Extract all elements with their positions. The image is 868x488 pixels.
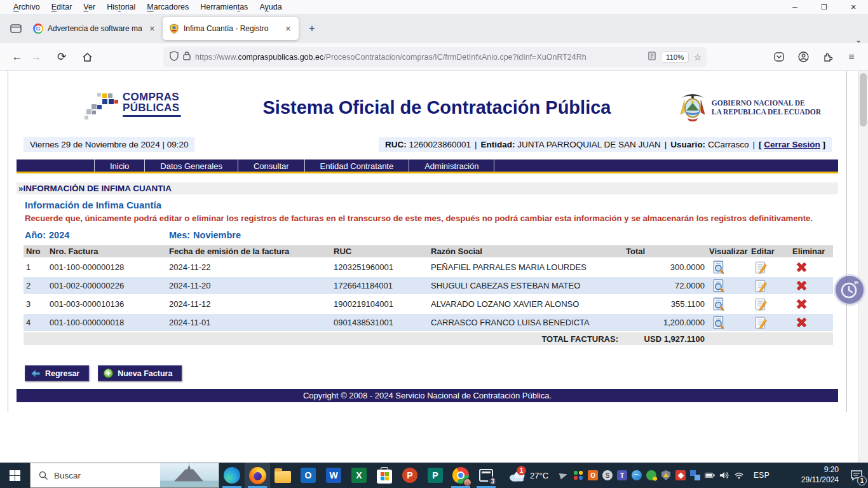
volume-icon[interactable]: [719, 470, 729, 480]
firefox-icon: [249, 467, 266, 484]
extensions-icon[interactable]: [818, 48, 836, 66]
reader-view-icon[interactable]: [648, 51, 656, 63]
menu-hamburger-icon[interactable]: ≡: [843, 48, 860, 66]
delete-icon[interactable]: [795, 297, 809, 311]
cell-fecha: 2024-11-01: [166, 313, 331, 332]
visualize-icon[interactable]: [712, 297, 726, 311]
taskbar-app-word[interactable]: W: [321, 463, 346, 488]
minimize-button[interactable]: ─: [780, 0, 810, 14]
maximize-button[interactable]: ❐: [810, 0, 839, 14]
firefox-view-icon[interactable]: [5, 18, 27, 39]
menu-herramientas[interactable]: Herramientas: [194, 1, 254, 13]
tab-close-icon[interactable]: ✕: [283, 24, 294, 34]
pocket-icon[interactable]: [770, 48, 788, 66]
taskbar-app-explorer[interactable]: [270, 463, 295, 488]
taskbar-clock[interactable]: 9:20 29/11/2024: [801, 465, 845, 485]
edit-icon[interactable]: [754, 316, 768, 330]
tracking-shield-icon[interactable]: [170, 51, 179, 64]
taskbar-app-powerpoint[interactable]: P: [397, 463, 423, 488]
menu-editar[interactable]: Editar: [46, 1, 78, 13]
tray-cursor-icon[interactable]: [559, 470, 569, 480]
edit-icon[interactable]: [754, 297, 768, 311]
taskbar-app-publisher[interactable]: P: [423, 463, 448, 488]
menu-ver[interactable]: Ver: [78, 1, 101, 13]
url-bar[interactable]: https://www.compraspublicas.gob.ec/Proce…: [163, 47, 707, 67]
tray-security-warning-icon[interactable]: [661, 470, 671, 480]
nav-inicio[interactable]: Inicio: [94, 159, 145, 172]
visualize-icon[interactable]: [712, 316, 726, 330]
edit-icon[interactable]: [754, 261, 768, 274]
menu-archivo[interactable]: Archivo: [8, 1, 46, 13]
visualize-icon[interactable]: [712, 261, 726, 274]
language-indicator[interactable]: ESP: [754, 471, 770, 480]
action-buttons: Regresar Nueva Factura: [25, 365, 838, 381]
bookmark-star-icon[interactable]: ☆: [693, 52, 702, 62]
search-icon: [39, 471, 48, 480]
reload-button[interactable]: ⟳: [52, 48, 71, 67]
delete-icon[interactable]: [795, 279, 809, 293]
start-button[interactable]: [0, 463, 30, 488]
tray-antivirus-icon[interactable]: [646, 470, 656, 480]
taskbar-app-firefox[interactable]: [245, 463, 270, 488]
tray-teams-icon[interactable]: T: [617, 470, 627, 480]
tray-red-app-icon[interactable]: [675, 470, 686, 480]
taskbar-weather[interactable]: 1 27°C: [509, 470, 548, 482]
nav-administracion[interactable]: Administración: [409, 159, 494, 172]
taskbar-app-edge[interactable]: [219, 463, 245, 488]
tray-blue-squares-icon[interactable]: [690, 470, 700, 480]
menu-marcadores[interactable]: Marcadores: [141, 1, 194, 13]
nav-consultar[interactable]: Consultar: [238, 159, 305, 172]
taskbar-app-outlook[interactable]: O: [295, 463, 321, 488]
edge-icon: [224, 467, 240, 484]
taskbar-app-window-group[interactable]: 3: [473, 463, 499, 488]
header-total: Total: [623, 245, 707, 258]
action-center-button[interactable]: 1: [845, 463, 868, 488]
zoom-level-indicator[interactable]: 110%: [661, 51, 689, 63]
close-window-button[interactable]: ✕: [839, 0, 868, 14]
invoice-table-body: 1001-100-0000001282024-11-22120325196000…: [24, 258, 833, 332]
window-controls: ─ ❐ ✕: [780, 0, 868, 14]
scrollbar[interactable]: [858, 71, 868, 463]
new-invoice-button[interactable]: Nueva Factura: [98, 365, 182, 381]
new-tab-button[interactable]: +: [302, 19, 322, 38]
visualize-icon[interactable]: [712, 279, 726, 293]
tab-infima-cuantia[interactable]: Infima Cuantía - Registro ✕: [163, 17, 299, 40]
delete-icon[interactable]: [795, 316, 809, 330]
lock-icon[interactable]: [183, 51, 191, 63]
clock-date: 29/11/2024: [801, 475, 839, 485]
tab-google-warning[interactable]: Advertencia de software malici ✕: [27, 17, 163, 40]
scrollbar-thumb[interactable]: [860, 73, 867, 126]
tray-s-app-icon[interactable]: S: [602, 470, 613, 480]
taskbar-search[interactable]: Buscar: [30, 463, 219, 488]
total-label: TOTAL FACTURAS:: [24, 332, 623, 346]
invoice-table: Nro Nro. Factura Fecha de emisión de la …: [24, 245, 833, 346]
logout-link[interactable]: Cerrar Sesión: [764, 140, 820, 149]
floating-clock-widget[interactable]: [836, 276, 864, 304]
table-row: 2001-002-0000002262024-11-20172664118400…: [24, 276, 833, 295]
tab-close-icon[interactable]: ✕: [147, 24, 158, 34]
forward-button[interactable]: →: [27, 48, 46, 67]
wifi-icon[interactable]: [734, 470, 744, 480]
taskbar-app-excel[interactable]: X: [346, 463, 372, 488]
back-button[interactable]: ←: [8, 48, 27, 67]
back-page-button[interactable]: Regresar: [25, 365, 89, 381]
taskbar-app-chrome[interactable]: [448, 463, 473, 488]
battery-icon[interactable]: [705, 470, 715, 480]
menu-ayuda[interactable]: Ayuda: [254, 1, 287, 13]
tray-mail-icon[interactable]: O: [588, 470, 598, 480]
home-button[interactable]: [78, 48, 97, 67]
outlook-icon: O: [301, 468, 316, 483]
tray-color-app-icon[interactable]: [573, 470, 583, 480]
nav-datos-generales[interactable]: Datos Generales: [145, 159, 238, 172]
delete-icon[interactable]: [795, 261, 809, 274]
menu-historial[interactable]: Historial: [101, 1, 141, 13]
tray-globe-icon[interactable]: [632, 470, 642, 480]
back-arrow-icon: [31, 369, 41, 378]
edit-icon[interactable]: [754, 279, 768, 293]
page-frame: COMPRASPÚBLICAS Sistema Oficial de Contr…: [8, 71, 847, 412]
nav-entidad-contratante[interactable]: Entidad Contratante: [305, 159, 410, 172]
account-icon[interactable]: [794, 48, 812, 66]
table-row: 3001-003-0000101362024-11-12190021910400…: [24, 295, 833, 313]
gov-line1: GOBIERNO NACIONAL DE: [712, 99, 805, 107]
taskbar-app-store[interactable]: [372, 463, 397, 488]
